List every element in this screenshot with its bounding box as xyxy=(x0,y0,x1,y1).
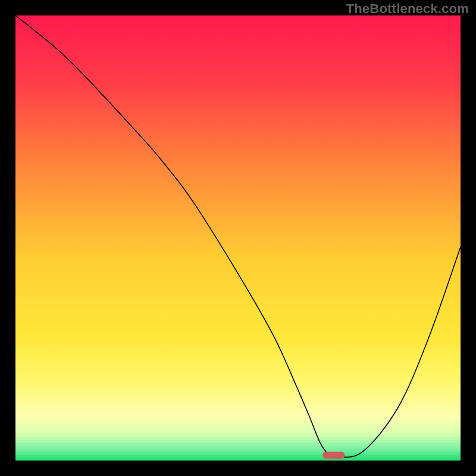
plot-overlay xyxy=(15,15,461,461)
bottleneck-curve xyxy=(15,15,461,457)
plot-area xyxy=(15,15,461,461)
watermark-text: TheBottleneck.com xyxy=(346,1,469,17)
bottleneck-chart: TheBottleneck.com xyxy=(0,0,476,476)
minimum-marker xyxy=(322,452,345,459)
